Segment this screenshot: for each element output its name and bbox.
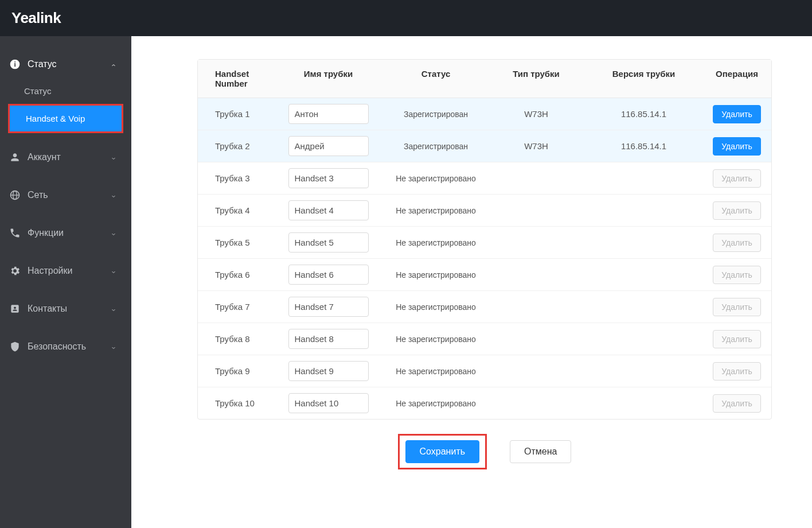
table-row: Трубка 6Не зарегистрированоУдалить bbox=[198, 259, 771, 291]
cell-handset-name bbox=[272, 361, 384, 381]
cell-handset-name bbox=[272, 265, 384, 285]
cell-operation: Удалить bbox=[702, 105, 771, 123]
sidebar-item-status[interactable]: i Статус bbox=[0, 51, 131, 78]
handset-name-input[interactable] bbox=[288, 265, 369, 285]
sidebar-item-label: Функции bbox=[28, 228, 64, 238]
sidebar-item-label: Безопасность bbox=[28, 341, 86, 352]
info-icon: i bbox=[9, 59, 21, 70]
chevron-down-icon bbox=[110, 192, 117, 199]
cell-handset-name bbox=[272, 168, 384, 188]
delete-button: Удалить bbox=[713, 330, 760, 348]
delete-button: Удалить bbox=[713, 169, 760, 188]
phone-icon bbox=[9, 227, 21, 239]
table-row: Трубка 7Не зарегистрированоУдалить bbox=[198, 291, 771, 323]
cell-type: W73H bbox=[487, 141, 585, 151]
cell-handset-name bbox=[272, 136, 384, 156]
handset-table: Handset Number Имя трубки Статус Тип тру… bbox=[197, 59, 772, 420]
handset-name-input[interactable] bbox=[288, 232, 369, 253]
handset-name-input[interactable] bbox=[288, 329, 369, 349]
chevron-down-icon bbox=[110, 154, 117, 161]
brand-logo: Yealink bbox=[11, 9, 61, 27]
contacts-icon bbox=[9, 303, 21, 315]
cell-status: Не зарегистрировано bbox=[384, 174, 487, 183]
cell-handset-name bbox=[272, 393, 384, 413]
sidebar-subitem-label: Handset & Voip bbox=[26, 114, 85, 123]
cell-operation: Удалить bbox=[702, 137, 771, 156]
cell-operation: Удалить bbox=[702, 266, 771, 284]
handset-name-input[interactable] bbox=[288, 104, 369, 124]
cell-operation: Удалить bbox=[702, 394, 771, 413]
handset-name-input[interactable] bbox=[288, 136, 369, 156]
th-status: Статус bbox=[384, 69, 487, 88]
cell-operation: Удалить bbox=[702, 298, 771, 316]
cell-version: 116.85.14.1 bbox=[585, 141, 702, 151]
th-type: Тип трубки bbox=[487, 69, 585, 88]
delete-button: Удалить bbox=[713, 298, 760, 316]
svg-point-6 bbox=[14, 306, 16, 309]
cell-handset-number: Трубка 5 bbox=[198, 238, 272, 247]
delete-button[interactable]: Удалить bbox=[713, 105, 760, 123]
cell-handset-name bbox=[272, 200, 384, 220]
sidebar-item-account[interactable]: Аккаунт bbox=[0, 143, 131, 171]
footer-actions: Сохранить Отмена bbox=[197, 434, 772, 469]
cell-status: Не зарегистрировано bbox=[384, 270, 487, 279]
cell-handset-number: Трубка 4 bbox=[198, 205, 272, 215]
sidebar-subitem-status[interactable]: Статус bbox=[0, 78, 131, 104]
handset-name-input[interactable] bbox=[288, 297, 369, 317]
chevron-down-icon bbox=[110, 267, 117, 274]
cell-status: Не зарегистрировано bbox=[384, 238, 487, 247]
account-icon bbox=[9, 152, 21, 163]
chevron-down-icon bbox=[110, 305, 117, 312]
cancel-button[interactable]: Отмена bbox=[510, 440, 571, 463]
handset-name-input[interactable] bbox=[288, 361, 369, 381]
main-content: Handset Number Имя трубки Статус Тип тру… bbox=[131, 36, 812, 528]
delete-button: Удалить bbox=[713, 201, 760, 220]
sidebar-item-security[interactable]: Безопасность bbox=[0, 333, 131, 360]
cell-handset-number: Трубка 10 bbox=[198, 398, 272, 408]
cell-operation: Удалить bbox=[702, 362, 771, 381]
cell-handset-name bbox=[272, 232, 384, 253]
handset-name-input[interactable] bbox=[288, 393, 369, 413]
th-name: Имя трубки bbox=[272, 69, 384, 88]
sidebar-item-settings[interactable]: Настройки bbox=[0, 257, 131, 285]
shield-icon bbox=[9, 341, 21, 352]
cell-handset-number: Трубка 3 bbox=[198, 173, 272, 183]
cell-operation: Удалить bbox=[702, 201, 771, 220]
sidebar-nav: i Статус Статус Handset & Voip Аккаунт bbox=[0, 36, 131, 528]
sidebar-subitem-handset-voip[interactable]: Handset & Voip bbox=[10, 106, 122, 131]
handset-name-input[interactable] bbox=[288, 200, 369, 220]
cell-version: 116.85.14.1 bbox=[585, 109, 702, 119]
cell-handset-number: Трубка 2 bbox=[198, 141, 272, 151]
table-row: Трубка 10Не зарегистрированоУдалить bbox=[198, 387, 771, 419]
cell-status: Не зарегистрировано bbox=[384, 367, 487, 376]
table-row: Трубка 4Не зарегистрированоУдалить bbox=[198, 195, 771, 227]
gear-icon bbox=[9, 265, 21, 277]
th-handset-number: Handset Number bbox=[198, 69, 272, 88]
cell-status: Не зарегистрировано bbox=[384, 302, 487, 312]
cell-handset-name bbox=[272, 329, 384, 349]
sidebar-item-features[interactable]: Функции bbox=[0, 219, 131, 247]
app-header: Yealink bbox=[0, 0, 812, 36]
handset-name-input[interactable] bbox=[288, 168, 369, 188]
chevron-down-icon bbox=[110, 343, 117, 350]
cell-operation: Удалить bbox=[702, 169, 771, 188]
cell-status: Не зарегистрировано bbox=[384, 399, 487, 408]
cell-status: Зарегистрирован bbox=[384, 142, 487, 151]
cell-handset-number: Трубка 9 bbox=[198, 366, 272, 376]
sidebar-item-label: Настройки bbox=[28, 266, 72, 276]
table-row: Трубка 8Не зарегистрированоУдалить bbox=[198, 323, 771, 355]
cell-handset-name bbox=[272, 104, 384, 124]
delete-button[interactable]: Удалить bbox=[713, 137, 760, 156]
save-button[interactable]: Сохранить bbox=[405, 440, 480, 463]
table-row: Трубка 9Не зарегистрированоУдалить bbox=[198, 355, 771, 387]
sidebar-item-contacts[interactable]: Контакты bbox=[0, 295, 131, 323]
cell-handset-number: Трубка 1 bbox=[198, 109, 272, 119]
network-icon bbox=[9, 189, 21, 201]
cell-operation: Удалить bbox=[702, 330, 771, 348]
delete-button: Удалить bbox=[713, 234, 760, 252]
sidebar-item-network[interactable]: Сеть bbox=[0, 181, 131, 209]
sidebar-subitem-label: Статус bbox=[24, 86, 51, 96]
sidebar-item-label: Статус bbox=[28, 59, 57, 69]
sidebar-item-label: Сеть bbox=[28, 190, 48, 200]
highlight-annotation: Сохранить bbox=[398, 434, 487, 469]
